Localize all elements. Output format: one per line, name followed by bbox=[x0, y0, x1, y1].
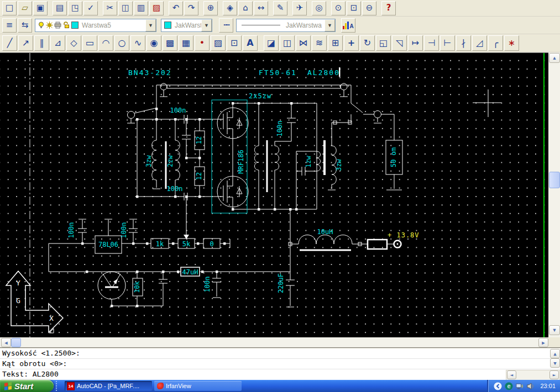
properties-button[interactable]: A bbox=[341, 18, 355, 33]
command-scroll-left-button[interactable]: ◄ bbox=[507, 370, 516, 379]
chamfer-button[interactable]: ◿ bbox=[472, 35, 487, 51]
volume-icon[interactable] bbox=[527, 382, 535, 390]
horizontal-scrollbar[interactable]: ◄ ► bbox=[0, 337, 548, 347]
dimension-button[interactable]: ↔ bbox=[254, 1, 268, 15]
color-combo[interactable]: JakWarstwa ▼ bbox=[161, 19, 212, 32]
system-tray: e 23:01 bbox=[487, 380, 560, 392]
offset-button[interactable]: ≋ bbox=[312, 35, 327, 51]
network-monitor-icon[interactable] bbox=[516, 382, 524, 390]
erase-button[interactable]: ◪ bbox=[264, 35, 279, 51]
hatch-button[interactable]: ▨ bbox=[211, 35, 226, 51]
layer-combo[interactable]: Warstwa5 ▼ bbox=[35, 19, 156, 32]
array-icon: ⊞ bbox=[332, 39, 339, 47]
eset-antivirus-icon[interactable]: e bbox=[505, 382, 513, 390]
fillet-button[interactable]: ╭ bbox=[488, 35, 503, 51]
extend-icon: ⊢ bbox=[444, 39, 452, 47]
polyline-button[interactable]: ⊿ bbox=[50, 35, 65, 51]
mirror-button[interactable]: ⋈ bbox=[296, 35, 311, 51]
command-vertical-scrollbar[interactable]: ▲ ▼ bbox=[550, 349, 560, 369]
scroll-right-button[interactable]: ► bbox=[538, 338, 548, 347]
polygon-button[interactable]: ◇ bbox=[66, 35, 81, 51]
label-supply-voltage: + 13.8V bbox=[388, 231, 420, 239]
construction-line-button[interactable]: ↗ bbox=[18, 35, 33, 51]
zoom-window-button[interactable]: ⊡ bbox=[347, 1, 361, 15]
vertical-scroll-thumb[interactable] bbox=[549, 172, 560, 188]
insert-block-button[interactable]: ▩ bbox=[163, 35, 177, 51]
drawing-canvas[interactable]: BN43-202 FT50-61 AL2800 2x5zw 100n 100n … bbox=[0, 52, 548, 338]
sketch-button[interactable]: ✎ bbox=[273, 1, 287, 15]
horizontal-scroll-thumb[interactable] bbox=[11, 338, 21, 347]
label-r-load: 50 om bbox=[390, 147, 397, 167]
command-scroll-right-button[interactable]: ► bbox=[549, 370, 559, 379]
print-preview-button[interactable]: ◳ bbox=[68, 1, 82, 15]
linetype-button[interactable]: ╍╍ bbox=[219, 18, 233, 33]
copy-button[interactable]: ◫ bbox=[118, 1, 133, 15]
copy-object-button[interactable]: ◫ bbox=[280, 35, 295, 51]
region-button[interactable]: ⊡ bbox=[227, 35, 242, 51]
scroll-up-button[interactable]: ▲ bbox=[549, 53, 560, 63]
toolbar-separator bbox=[269, 2, 273, 15]
layer-combo-dropdown[interactable]: ▼ bbox=[145, 19, 156, 31]
help-button[interactable]: ? bbox=[381, 1, 396, 15]
trim-button[interactable]: ⊣ bbox=[424, 35, 439, 51]
new-button[interactable]: □ bbox=[2, 1, 17, 15]
linetype-combo-dropdown[interactable]: ▼ bbox=[325, 19, 335, 31]
line-button[interactable]: ╱ bbox=[2, 35, 17, 51]
save-button[interactable]: ▣ bbox=[33, 1, 48, 15]
multiline-button[interactable]: ∥ bbox=[34, 35, 49, 51]
layer-previous-button[interactable]: ⇆ bbox=[18, 18, 32, 33]
taskbar-window-irfanview[interactable]: IrfanView bbox=[154, 381, 242, 391]
stretch-button[interactable]: ◹ bbox=[392, 35, 407, 51]
redo-button[interactable]: ↷ bbox=[184, 1, 198, 15]
command-scroll-up-button[interactable]: ▲ bbox=[550, 349, 560, 358]
vertical-scrollbar[interactable]: ▲ ▼ bbox=[548, 52, 560, 337]
rectangle-button[interactable]: ▭ bbox=[82, 35, 97, 51]
ucs-button[interactable]: ⌂ bbox=[238, 1, 253, 15]
spelling-button[interactable]: ✓ bbox=[83, 1, 98, 15]
linetype-combo[interactable]: JakWarstwa ▼ bbox=[236, 19, 336, 32]
start-button[interactable]: Start bbox=[0, 380, 54, 392]
paste-button[interactable]: ▥ bbox=[134, 1, 148, 15]
circle-button[interactable]: ○ bbox=[114, 35, 129, 51]
print-button[interactable]: ▤ bbox=[53, 1, 67, 15]
scale-button[interactable]: ◱ bbox=[376, 35, 391, 51]
open-button[interactable]: ▱ bbox=[18, 1, 32, 15]
make-block-button[interactable]: ▦ bbox=[179, 35, 193, 51]
color-combo-dropdown[interactable]: ▼ bbox=[201, 19, 212, 31]
move-button[interactable]: + bbox=[344, 35, 359, 51]
point-button[interactable]: • bbox=[195, 35, 210, 51]
scroll-down-button[interactable]: ▼ bbox=[549, 325, 560, 335]
taskbar-window-autocad[interactable]: 14 AutoCAD - [Pa_MRF.... bbox=[65, 381, 152, 391]
rotate-button[interactable]: ↻ bbox=[360, 35, 375, 51]
extend-button[interactable]: ⊢ bbox=[440, 35, 455, 51]
explode-button[interactable]: ∗ bbox=[504, 35, 519, 51]
layers-button[interactable]: ≡ bbox=[2, 18, 17, 33]
quick-launch-handle[interactable] bbox=[56, 381, 62, 391]
command-input-line[interactable]: Tekst: AL2800 bbox=[0, 369, 560, 379]
spline-icon: ∿ bbox=[134, 39, 142, 47]
insert-hyperlink-button[interactable]: ⊕ bbox=[203, 1, 218, 15]
text-button[interactable]: A bbox=[243, 35, 258, 51]
zoom-button[interactable]: ⊙ bbox=[331, 1, 346, 15]
object-snap-button[interactable]: ◈ bbox=[223, 1, 237, 15]
pan-button[interactable]: ✈ bbox=[292, 1, 307, 15]
cut-button[interactable]: ✂ bbox=[103, 1, 117, 15]
label-c-220uf: 220uF bbox=[277, 273, 285, 293]
collapse-chevron-icon[interactable] bbox=[494, 382, 502, 390]
array-button[interactable]: ⊞ bbox=[328, 35, 343, 51]
lengthen-button[interactable]: ↦ bbox=[408, 35, 423, 51]
break-button[interactable]: ∤ bbox=[456, 35, 471, 51]
layer-color-swatch bbox=[71, 22, 78, 29]
aerial-view-button[interactable]: ◎ bbox=[312, 1, 326, 15]
toolbar-separator bbox=[377, 2, 381, 15]
zoom-previous-button[interactable]: ⊖ bbox=[362, 1, 376, 15]
ellipse-button[interactable]: ◉ bbox=[146, 35, 161, 51]
spline-button[interactable]: ∿ bbox=[130, 35, 145, 51]
cut-icon: ✂ bbox=[107, 4, 114, 12]
command-horizontal-scrollbar[interactable]: ◄ ► bbox=[506, 370, 560, 381]
undo-button[interactable]: ↶ bbox=[169, 1, 183, 15]
scroll-left-button[interactable]: ◄ bbox=[1, 338, 11, 347]
command-scroll-down-button[interactable]: ▼ bbox=[550, 358, 560, 368]
arc-button[interactable]: ◠ bbox=[98, 35, 113, 51]
match-properties-button[interactable]: ▨ bbox=[149, 1, 164, 15]
